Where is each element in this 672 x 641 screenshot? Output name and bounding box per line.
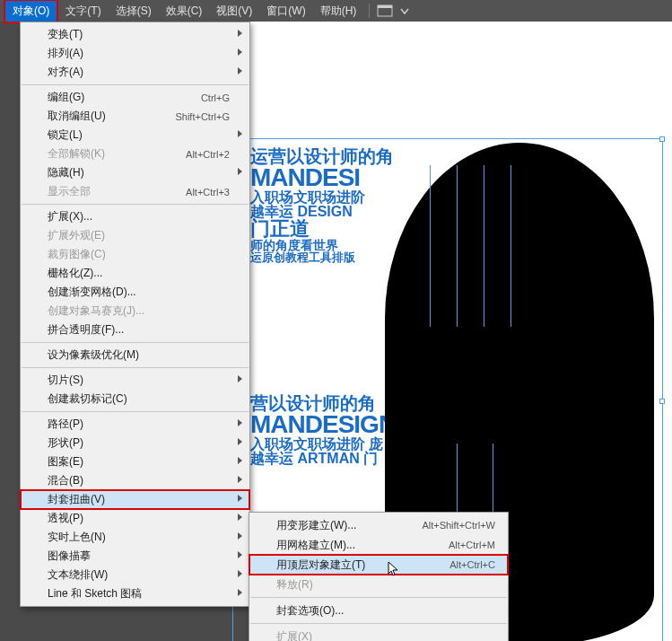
submenu-arrow-icon bbox=[238, 375, 242, 382]
menu-item[interactable]: 混合(B) bbox=[21, 471, 249, 490]
menu-item-label: 对齐(A) bbox=[48, 65, 230, 80]
submenu-arrow-icon bbox=[238, 130, 242, 137]
resize-handle[interactable] bbox=[659, 136, 665, 142]
menu-item[interactable]: 取消编组(U)Shift+Ctrl+G bbox=[21, 107, 249, 126]
menu-item-label: 图像描摹 bbox=[48, 549, 230, 564]
submenu-item-accelerator: Alt+Ctrl+M bbox=[449, 540, 495, 550]
menu-item: 显示全部Alt+Ctrl+3 bbox=[21, 182, 249, 201]
menu-item[interactable]: 隐藏(H) bbox=[21, 163, 249, 182]
arrange-docs-icon[interactable] bbox=[377, 4, 393, 17]
menu-text[interactable]: 文字(T) bbox=[58, 1, 108, 22]
submenu-item-label: 封套选项(O)... bbox=[276, 603, 495, 619]
svg-rect-1 bbox=[378, 5, 392, 8]
menu-item[interactable]: Line 和 Sketch 图稿 bbox=[21, 584, 249, 603]
menu-item-label: 隐藏(H) bbox=[48, 165, 230, 180]
submenu-arrow-icon bbox=[238, 438, 242, 445]
menu-item[interactable]: 栅格化(Z)... bbox=[21, 264, 249, 283]
submenu-item-label: 用顶层对象建立(T) bbox=[276, 558, 449, 573]
menu-item: 扩展外观(E) bbox=[21, 226, 249, 245]
submenu-arrow-icon bbox=[238, 514, 242, 521]
menu-item-label: 栅格化(Z)... bbox=[48, 266, 230, 281]
menu-item-label: 创建对象马赛克(J)... bbox=[48, 303, 230, 319]
menu-item[interactable]: 透视(P) bbox=[21, 509, 249, 528]
menu-item[interactable]: 文本绕排(W) bbox=[21, 566, 249, 584]
menu-item[interactable]: 创建渐变网格(D)... bbox=[21, 283, 249, 302]
submenu-item[interactable]: 用变形建立(W)...Alt+Shift+Ctrl+W bbox=[249, 515, 508, 535]
menu-item[interactable]: 设为像素级优化(M) bbox=[21, 346, 249, 364]
menu-item-label: 变换(T) bbox=[48, 27, 230, 42]
menu-item[interactable]: 排列(A) bbox=[21, 44, 249, 63]
menu-item-label: 全部解锁(K) bbox=[48, 146, 186, 162]
menu-item-label: 创建裁切标记(C) bbox=[48, 391, 230, 407]
menu-item[interactable]: 封套扭曲(V) bbox=[21, 490, 249, 509]
submenu-item-accelerator: Alt+Shift+Ctrl+W bbox=[422, 520, 495, 531]
submenu-item: 扩展(X) bbox=[249, 627, 508, 641]
submenu-arrow-icon bbox=[238, 168, 242, 175]
submenu-arrow-icon bbox=[238, 48, 242, 56]
menu-item-label: 扩展外观(E) bbox=[48, 228, 230, 243]
menu-item-label: 形状(P) bbox=[48, 435, 230, 451]
submenu-item-label: 扩展(X) bbox=[276, 629, 495, 642]
menu-item-label: Line 和 Sketch 图稿 bbox=[48, 586, 230, 601]
menu-object[interactable]: 对象(O) bbox=[4, 0, 58, 23]
submenu-arrow-icon bbox=[238, 476, 242, 483]
menu-item-accelerator: Alt+Ctrl+3 bbox=[186, 187, 230, 198]
menu-item-label: 锁定(L) bbox=[48, 127, 230, 143]
menu-item: 创建对象马赛克(J)... bbox=[21, 302, 249, 320]
menu-effect[interactable]: 效果(C) bbox=[159, 1, 210, 22]
menu-item-label: 封套扭曲(V) bbox=[48, 492, 230, 507]
menu-item-label: 混合(B) bbox=[48, 473, 230, 488]
submenu-item: 释放(R) bbox=[249, 575, 508, 594]
menu-item[interactable]: 锁定(L) bbox=[21, 126, 249, 145]
submenu-item-accelerator: Alt+Ctrl+C bbox=[449, 559, 495, 570]
menu-item[interactable]: 实时上色(N) bbox=[21, 528, 249, 547]
workspace-switcher-icon[interactable] bbox=[397, 4, 413, 17]
menu-item-label: 扩展(X)... bbox=[48, 209, 230, 224]
menu-item-label: 图案(E) bbox=[48, 454, 230, 470]
menu-item[interactable]: 扩展(X)... bbox=[21, 207, 249, 226]
menu-view[interactable]: 视图(V) bbox=[209, 1, 259, 22]
menu-item[interactable]: 图案(E) bbox=[21, 452, 249, 471]
menubar-separator bbox=[369, 4, 370, 18]
submenu-arrow-icon bbox=[238, 30, 242, 37]
menu-item: 裁剪图像(C) bbox=[21, 245, 249, 264]
menu-item[interactable]: 变换(T) bbox=[21, 25, 249, 44]
menubar: 对象(O) 文字(T) 选择(S) 效果(C) 视图(V) 窗口(W) 帮助(H… bbox=[0, 0, 672, 22]
menu-item-label: 实时上色(N) bbox=[48, 530, 230, 545]
submenu-item-label: 用网格建立(M)... bbox=[276, 538, 449, 553]
menu-item[interactable]: 图像描摹 bbox=[21, 547, 249, 566]
menu-item-accelerator: Shift+Ctrl+G bbox=[175, 111, 230, 122]
resize-handle[interactable] bbox=[659, 399, 665, 404]
envelope-distort-submenu: 用变形建立(W)...Alt+Shift+Ctrl+W用网格建立(M)...Al… bbox=[249, 512, 509, 641]
menu-window[interactable]: 窗口(W) bbox=[259, 1, 312, 22]
menu-item-label: 裁剪图像(C) bbox=[48, 247, 230, 262]
menu-item[interactable]: 对齐(A) bbox=[21, 63, 249, 82]
menu-item: 全部解锁(K)Alt+Ctrl+2 bbox=[21, 145, 249, 163]
submenu-item[interactable]: 用顶层对象建立(T)Alt+Ctrl+C bbox=[249, 555, 508, 575]
menu-item-label: 路径(P) bbox=[48, 417, 230, 432]
menu-item-label: 取消编组(U) bbox=[48, 109, 175, 124]
menu-item[interactable]: 拼合透明度(F)... bbox=[21, 320, 249, 339]
menu-item-label: 切片(S) bbox=[48, 373, 230, 388]
menu-item-label: 创建渐变网格(D)... bbox=[48, 285, 230, 300]
menu-item[interactable]: 切片(S) bbox=[21, 371, 249, 390]
menu-item-label: 显示全部 bbox=[48, 184, 186, 199]
menu-item[interactable]: 编组(G)Ctrl+G bbox=[21, 88, 249, 107]
menu-select[interactable]: 选择(S) bbox=[109, 1, 159, 22]
submenu-item[interactable]: 封套选项(O)... bbox=[249, 601, 508, 620]
submenu-arrow-icon bbox=[238, 532, 242, 540]
menu-item-label: 设为像素级优化(M) bbox=[48, 347, 230, 363]
menu-item[interactable]: 创建裁切标记(C) bbox=[21, 390, 249, 408]
submenu-arrow-icon bbox=[238, 589, 242, 596]
submenu-arrow-icon bbox=[238, 457, 242, 464]
menu-item[interactable]: 路径(P) bbox=[21, 415, 249, 434]
submenu-arrow-icon bbox=[238, 67, 242, 75]
menu-item-label: 编组(G) bbox=[48, 90, 201, 105]
menu-item[interactable]: 形状(P) bbox=[21, 434, 249, 452]
menu-help[interactable]: 帮助(H) bbox=[313, 1, 364, 22]
submenu-item[interactable]: 用网格建立(M)...Alt+Ctrl+M bbox=[249, 535, 508, 555]
object-menu-dropdown: 变换(T)排列(A)对齐(A)编组(G)Ctrl+G取消编组(U)Shift+C… bbox=[20, 22, 250, 607]
submenu-arrow-icon bbox=[238, 419, 242, 426]
submenu-item-label: 用变形建立(W)... bbox=[276, 518, 422, 533]
menu-item-accelerator: Ctrl+G bbox=[201, 92, 230, 103]
